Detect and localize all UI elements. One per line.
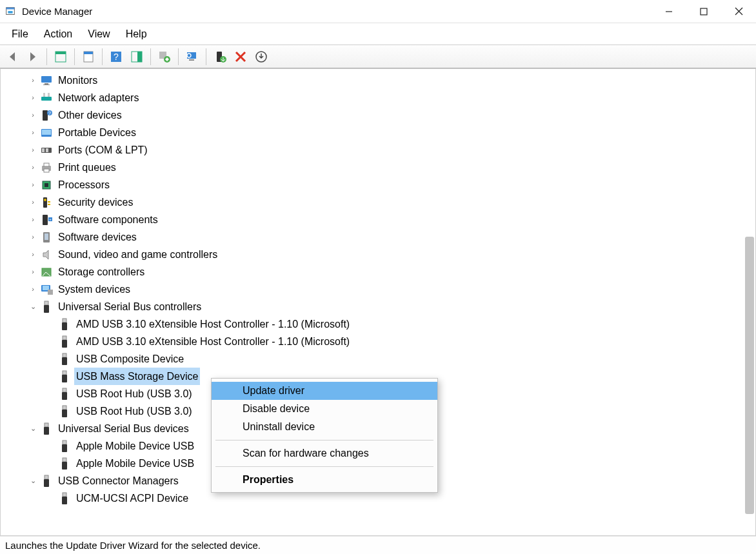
tree-category-label: Software components (56, 211, 160, 228)
system-icon (39, 282, 54, 297)
usb-icon (57, 404, 72, 419)
back-button[interactable] (3, 48, 22, 66)
tree-device-label: USB Mass Storage Device (74, 368, 200, 385)
tree-category[interactable]: ›Software devices (6, 228, 755, 246)
tree-category[interactable]: ›Network adapters (6, 89, 755, 106)
usb-icon (39, 300, 54, 314)
tree-category[interactable]: ›Ports (COM & LPT) (6, 141, 755, 159)
svg-rect-53 (701, 8, 707, 15)
toolbar-separator (102, 48, 103, 65)
menu-action[interactable]: Action (37, 26, 79, 43)
chevron-right-icon[interactable]: › (28, 232, 38, 242)
tree-device[interactable]: AMD USB 3.10 eXtensible Host Controller … (6, 333, 755, 350)
scan-hardware-button[interactable] (252, 48, 271, 66)
tree-device-label: USB Root Hub (USB 3.0) (74, 402, 194, 420)
tree-category-label: System devices (56, 281, 132, 298)
chevron-right-icon[interactable]: › (28, 197, 38, 208)
menubar: File Action View Help (0, 23, 756, 45)
chevron-down-icon[interactable]: ⌄ (28, 476, 38, 486)
toolbar-separator (206, 48, 206, 65)
tree-category-label: Universal Serial Bus devices (56, 420, 191, 437)
tree-category[interactable]: ›Processors (6, 176, 755, 193)
action-pane-button[interactable] (127, 48, 146, 66)
chevron-right-icon[interactable]: › (28, 93, 38, 103)
disable-device-button[interactable] (231, 48, 250, 66)
tree-category[interactable]: ⌄Universal Serial Bus controllers (6, 298, 755, 315)
enable-device-button[interactable] (210, 48, 230, 66)
tree-category-label: Sound, video and game controllers (56, 246, 219, 263)
chevron-right-icon[interactable]: › (28, 75, 38, 86)
chevron-down-icon[interactable]: ⌄ (28, 424, 38, 434)
toolbar-separator (178, 48, 179, 65)
tree-device[interactable]: USB Composite Device (6, 350, 755, 368)
context-menu-item[interactable]: Uninstall device (212, 418, 437, 436)
usb-icon (57, 387, 72, 401)
storage-icon (39, 265, 54, 279)
update-driver-button[interactable] (155, 48, 174, 66)
tree-device-label: USB Root Hub (USB 3.0) (74, 385, 194, 402)
context-menu-item[interactable]: Update driver (212, 382, 437, 400)
tree-category[interactable]: ›System devices (6, 281, 755, 298)
chevron-down-icon[interactable]: ⌄ (28, 302, 38, 312)
tree-device[interactable]: AMD USB 3.10 eXtensible Host Controller … (6, 315, 755, 333)
tree-category[interactable]: ›Monitors (6, 72, 755, 89)
tree-category-label: Universal Serial Bus controllers (56, 298, 203, 315)
tree-device-label: USB Composite Device (74, 350, 186, 368)
context-menu-item[interactable]: Properties (212, 471, 437, 489)
tree-category-label: Network adapters (56, 89, 141, 106)
tree-category[interactable]: ›Storage controllers (6, 263, 755, 281)
toolbar-separator (74, 48, 75, 65)
tree-category-label: USB Connector Managers (56, 472, 181, 490)
tree-device-label: Apple Mobile Device USB (74, 455, 196, 472)
tree-category-label: Portable Devices (56, 124, 138, 141)
chevron-right-icon[interactable]: › (28, 145, 38, 155)
tree-device-label: UCM-UCSI ACPI Device (74, 490, 190, 507)
tree-category[interactable]: ›Security devices (6, 193, 755, 211)
chevron-right-icon[interactable]: › (28, 163, 38, 173)
toolbar-separator (46, 48, 47, 65)
maximize-button[interactable] (686, 0, 721, 23)
toolbar (0, 45, 756, 68)
context-menu-separator (215, 440, 433, 440)
tree-category[interactable]: ›Other devices (6, 106, 755, 124)
minimize-button[interactable] (652, 0, 686, 23)
menu-help[interactable]: Help (119, 26, 154, 43)
tree-category[interactable]: ›Print queues (6, 159, 755, 176)
tree-category[interactable]: ›Sound, video and game controllers (6, 246, 755, 263)
scrollbar-thumb[interactable] (745, 237, 754, 514)
tree-category[interactable]: ›Portable Devices (6, 124, 755, 141)
network-icon (39, 91, 54, 105)
cpu-icon (39, 178, 54, 192)
tree-category-label: Other devices (56, 106, 124, 124)
menu-view[interactable]: View (81, 26, 116, 43)
chevron-right-icon[interactable]: › (28, 128, 38, 138)
chevron-right-icon[interactable]: › (28, 180, 38, 190)
device-tree-container: ›Monitors›Network adapters›Other devices… (0, 68, 756, 536)
tree-category[interactable]: ›Software components (6, 211, 755, 228)
usb-icon (57, 457, 72, 471)
chevron-right-icon[interactable]: › (28, 267, 38, 277)
chevron-right-icon[interactable]: › (28, 215, 38, 225)
chevron-right-icon[interactable]: › (28, 284, 38, 295)
help-button[interactable] (106, 48, 126, 66)
properties-button[interactable] (79, 48, 98, 66)
tree-category-label: Processors (56, 176, 112, 193)
tree-category-label: Monitors (56, 72, 99, 89)
close-button[interactable] (721, 0, 756, 23)
tree-category-label: Software devices (56, 228, 139, 246)
uninstall-device-button[interactable] (183, 48, 202, 66)
context-menu-item[interactable]: Disable device (212, 400, 437, 418)
forward-button[interactable] (23, 48, 43, 66)
context-menu-item[interactable]: Scan for hardware changes (212, 444, 437, 462)
context-menu: Update driverDisable deviceUninstall dev… (211, 378, 438, 493)
chevron-right-icon[interactable]: › (28, 110, 38, 121)
titlebar: Device Manager (0, 0, 756, 23)
tree-category-label: Security devices (56, 193, 135, 211)
menu-file[interactable]: File (5, 26, 35, 43)
show-hide-tree-button[interactable] (51, 48, 70, 66)
chevron-right-icon[interactable]: › (28, 250, 38, 260)
window-title: Device Manager (22, 6, 92, 17)
port-icon (39, 143, 54, 157)
tree-category-label: Ports (COM & LPT) (56, 141, 150, 159)
monitor-icon (39, 74, 54, 88)
